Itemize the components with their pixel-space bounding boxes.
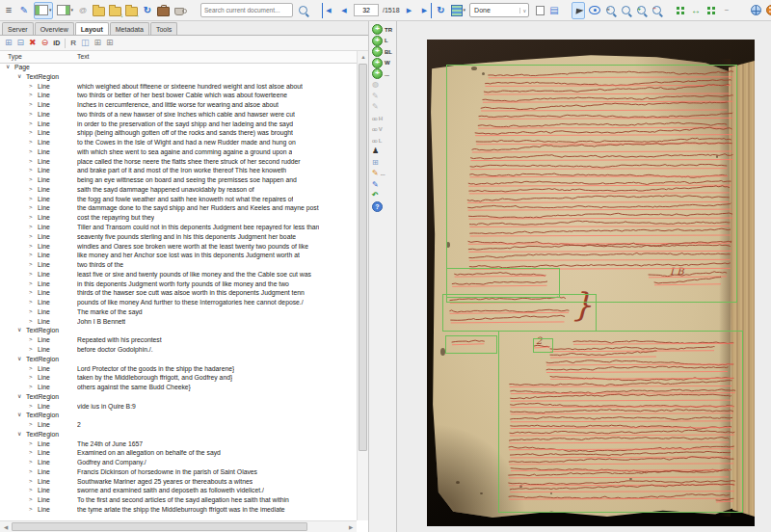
tree-row-line[interactable]: >Linewindles and Oares soe broken were w… — [0, 242, 357, 252]
tree-row-line[interactable]: >LineGodfrey and Company./ — [0, 458, 357, 467]
scroll-left-icon[interactable]: ◀ — [0, 521, 12, 532]
twisty-icon[interactable]: > — [29, 242, 33, 252]
tree-row-line[interactable]: >Lineshipp (being although gotten off of… — [0, 128, 357, 138]
tree-row-line[interactable]: >LineFrancis Dickinson of horsedowne in … — [0, 467, 357, 477]
tree-row-line[interactable]: >Lineand brake part of it and most of th… — [0, 166, 357, 175]
twisty-icon[interactable]: > — [29, 317, 33, 327]
tree-row-line[interactable]: >Linelike money and her Anchor soe lost … — [0, 251, 357, 260]
tool-pen-icon[interactable]: ✎ — [369, 180, 379, 189]
left-panel-toggle[interactable]: ▾ — [34, 2, 53, 19]
tree-row-text[interactable]: thirds of the hawser soe cutt was alsoe … — [77, 288, 305, 298]
region-lord-protector[interactable] — [442, 294, 597, 332]
tree-row-textregion[interactable]: ∨TextRegion — [0, 411, 357, 420]
tree-row-line[interactable]: >Line2 — [0, 420, 357, 430]
twisty-icon[interactable]: > — [29, 166, 33, 175]
twisty-icon[interactable]: > — [29, 383, 33, 392]
prev-page-button[interactable]: ◀ — [338, 3, 350, 18]
tree-row-line[interactable]: >Linetwo thirds or better of her best bo… — [0, 91, 357, 100]
tree-row-text[interactable]: Repeated with his precontest — [77, 335, 162, 345]
tree-row-line[interactable]: >Linethe fogg and fowle weather and sait… — [0, 195, 357, 204]
tree-row-text[interactable]: shipp (being although gotten off of the … — [77, 128, 293, 138]
region-main-upper[interactable] — [446, 65, 737, 303]
note-button[interactable]: ▤ — [548, 3, 560, 18]
zoom-button[interactable] — [620, 3, 631, 18]
status-combo[interactable]: Done∨ — [469, 3, 529, 17]
tree-row-line[interactable]: >Lineothers against the same Budd Cheeke… — [0, 383, 357, 392]
tree-row-line[interactable]: >Linethe tyme arlate the shipp the Middl… — [0, 505, 357, 515]
twisty-icon[interactable]: ∨ — [17, 72, 21, 82]
tree-row-line[interactable]: >Linesworne and examined saith and depos… — [0, 486, 357, 495]
fit-width-button[interactable]: ↔ — [690, 3, 702, 18]
tree-row-text[interactable]: in order to the preservation of the sayd… — [77, 120, 293, 129]
twisty-icon[interactable]: > — [29, 402, 33, 412]
scroll-up-icon[interactable]: ▲ — [358, 51, 369, 63]
tree-row-line[interactable]: >Lineplace called the horse neere the fl… — [0, 157, 357, 167]
tree-row-line[interactable]: >LineTiller and Transom could not in thi… — [0, 223, 357, 232]
tree-row-text[interactable]: Examined on an allegation on behalfe of … — [77, 448, 221, 458]
zoom-in-button[interactable]: + — [635, 3, 647, 18]
tree-row-text[interactable]: taken by the Middleborough ffrigott, and… — [77, 373, 232, 383]
tree-row-text[interactable]: two thirds or better of her best bower C… — [77, 91, 287, 100]
twisty-icon[interactable]: > — [29, 213, 33, 223]
table-icon[interactable]: ⊞ — [369, 158, 379, 167]
tab-server[interactable]: Server — [2, 22, 34, 35]
insert-below-icon[interactable]: ⊞ — [106, 39, 114, 47]
twisty-icon[interactable]: > — [29, 120, 33, 129]
tree-row-text[interactable]: Godfrey and Company./ — [77, 458, 146, 467]
twisty-icon[interactable]: > — [29, 364, 33, 374]
globe-icon[interactable]: ◍ — [369, 81, 379, 90]
tree-row-textregion[interactable]: ∨TextRegion — [0, 326, 357, 335]
horizontal-scroll-thumb[interactable] — [12, 522, 307, 531]
twisty-icon[interactable]: > — [29, 288, 33, 298]
menu-icon[interactable]: ≡ — [3, 3, 14, 18]
right-panel-toggle-dropdown-icon[interactable]: ▾ — [71, 8, 74, 13]
twisty-icon[interactable]: > — [29, 203, 33, 213]
twisty-icon[interactable]: > — [29, 448, 33, 458]
search-icon[interactable] — [297, 3, 308, 18]
tree-row-text[interactable]: The marke of the sayd — [77, 307, 143, 317]
tree-row-text[interactable]: in this deponents Judgment worth forty p… — [77, 279, 289, 289]
tree-row-line[interactable]: >Lineseaventy five pounds sterling and i… — [0, 232, 357, 242]
zoom-previous-button[interactable]: « — [604, 3, 616, 18]
twisty-icon[interactable]: > — [29, 157, 33, 167]
fit-height-button[interactable] — [705, 3, 717, 18]
tree-row-text[interactable]: Southwarke Mariner aged 25 yeares or the… — [77, 477, 253, 487]
id-icon[interactable]: iD — [53, 40, 60, 46]
folder-export-button[interactable]: → — [125, 3, 138, 18]
page-number-input[interactable] — [354, 4, 379, 16]
link-vertical-icon[interactable]: ooV — [369, 125, 383, 134]
twisty-icon[interactable]: > — [29, 82, 33, 92]
twisty-icon[interactable]: > — [29, 439, 33, 449]
assign-child-icon[interactable]: ✎ — [369, 103, 379, 112]
merge-icon[interactable]: ♟ — [369, 147, 379, 156]
tree-row-text[interactable]: least five or sixe and twenty pounds of … — [77, 270, 311, 279]
tree-row-text[interactable]: Lord Protector of the goods in the shipp… — [77, 364, 234, 374]
tree-row-line[interactable]: >Linevide ius in Quire B:9 — [0, 402, 357, 412]
twisty-icon[interactable]: > — [29, 138, 33, 147]
select-tool-button[interactable] — [572, 2, 585, 19]
add-textregion-button[interactable]: +TR — [369, 25, 392, 34]
tree-row-line[interactable]: >Linesaith the sayd dammage happened una… — [0, 185, 357, 195]
tree-row-text[interactable]: and brake part of it and most of the Iro… — [77, 166, 286, 175]
tree-row-textregion[interactable]: ∨TextRegion — [0, 392, 357, 402]
tree-row-line[interactable]: >Linein this deponents Judgment worth fo… — [0, 279, 357, 289]
reading-order-icon[interactable]: R — [70, 40, 76, 47]
twisty-icon[interactable]: ∨ — [6, 63, 10, 72]
tree-row-line[interactable]: >Linecost the repayring but they — [0, 213, 357, 223]
horizontal-scrollbar[interactable]: ◀ ▶ — [0, 520, 357, 532]
edit-options-icon[interactable]: ✎... — [369, 170, 386, 178]
next-page-button[interactable]: ▶ — [404, 3, 415, 18]
globe-button[interactable] — [750, 3, 761, 18]
twisty-icon[interactable]: > — [29, 128, 33, 138]
image-canvas[interactable]: }I B2 — [397, 21, 771, 532]
tree-row-line[interactable]: >LineLord Protector of the goods in the … — [0, 364, 357, 374]
region-vide-ius[interactable] — [445, 335, 497, 354]
vertical-scrollbar[interactable]: ▲ — [357, 51, 368, 520]
search-input[interactable] — [200, 3, 293, 17]
tree-row-line[interactable]: >LineSouthwarke Mariner aged 25 yeares o… — [0, 477, 357, 487]
tree-row-text[interactable]: seaventy five pounds sterling and in his… — [77, 232, 296, 242]
twisty-icon[interactable]: > — [29, 458, 33, 467]
tree-row-text[interactable]: the dammage done to the sayd shipp and h… — [77, 203, 319, 213]
tree-row-line[interactable]: >Linethirds of the hawser soe cutt was a… — [0, 288, 357, 298]
tree-row-line[interactable]: >Linetwo thirds of a new hawser of sixe … — [0, 110, 357, 120]
